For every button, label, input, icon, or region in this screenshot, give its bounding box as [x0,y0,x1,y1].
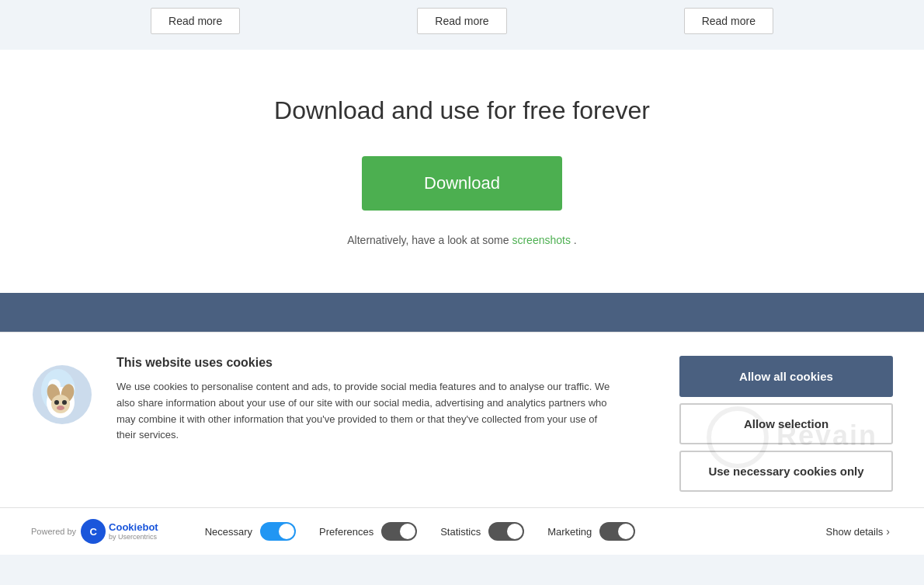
cookiebot-brand: Cookiebot by Usercentrics [109,522,158,541]
alt-text-end: . [574,234,577,246]
download-section: Download and use for free forever Downlo… [0,50,924,293]
cookie-content: This website uses cookies We use cookies… [116,356,664,444]
toggle-statistics-switch[interactable] [488,522,524,541]
toggle-necessary: Necessary [205,522,296,541]
cookie-logo [31,364,93,426]
download-title: Download and use for free forever [16,96,908,125]
show-details[interactable]: Show details › [826,525,893,538]
toggle-preferences: Preferences [319,522,417,541]
toggle-statistics-label: Statistics [440,526,481,538]
toggle-necessary-label: Necessary [205,526,252,538]
toggle-group: Necessary Preferences Statistics [205,522,893,541]
svg-point-10 [57,406,64,410]
dark-bar [0,293,924,332]
svg-point-9 [62,400,67,405]
toggle-necessary-switch[interactable] [260,522,296,541]
screenshots-link[interactable]: screenshots [512,234,570,246]
download-button[interactable]: Download [362,156,562,211]
toggle-necessary-knob [279,524,294,539]
cookie-banner: This website uses cookies We use cookies… [0,332,924,492]
toggle-preferences-knob [400,524,415,539]
show-details-label: Show details [826,526,884,538]
toggle-statistics: Statistics [440,522,524,541]
read-more-button-3[interactable]: Read more [684,8,773,34]
powered-by-text: Powered by [31,527,76,536]
powered-by: Powered by C Cookiebot by Usercentrics [31,519,158,544]
read-more-button-1[interactable]: Read more [151,8,240,34]
toggle-marketing-knob [618,524,634,539]
cookie-area: This website uses cookies We use cookies… [0,332,924,555]
cookiebot-icon: C [81,519,106,544]
cookiebot-name: Cookiebot [109,522,158,533]
svg-point-7 [51,395,70,413]
cookiebot-logo[interactable]: C Cookiebot by Usercentrics [81,519,158,544]
toggle-preferences-switch[interactable] [381,522,417,541]
toggle-marketing: Marketing [547,522,635,541]
toggle-marketing-switch[interactable] [599,522,635,541]
toggle-preferences-label: Preferences [319,526,373,538]
cookie-description: We use cookies to personalise content an… [116,379,613,444]
revain-watermark: Revain [707,406,877,468]
toggle-statistics-knob [507,524,523,539]
toggle-marketing-label: Marketing [547,526,592,538]
chevron-right-icon: › [886,525,890,538]
svg-point-8 [54,400,59,405]
cookiebot-sub: by Usercentrics [109,533,158,541]
allow-all-cookies-button[interactable]: Allow all cookies [679,356,893,397]
top-bar: Read more Read more Read more [0,0,924,50]
cookie-footer: Powered by C Cookiebot by Usercentrics N… [0,507,924,555]
alt-text-before: Alternatively, have a look at some [347,234,509,246]
cookie-title: This website uses cookies [116,356,664,370]
read-more-button-2[interactable]: Read more [417,8,506,34]
alt-text: Alternatively, have a look at some scree… [16,234,908,246]
